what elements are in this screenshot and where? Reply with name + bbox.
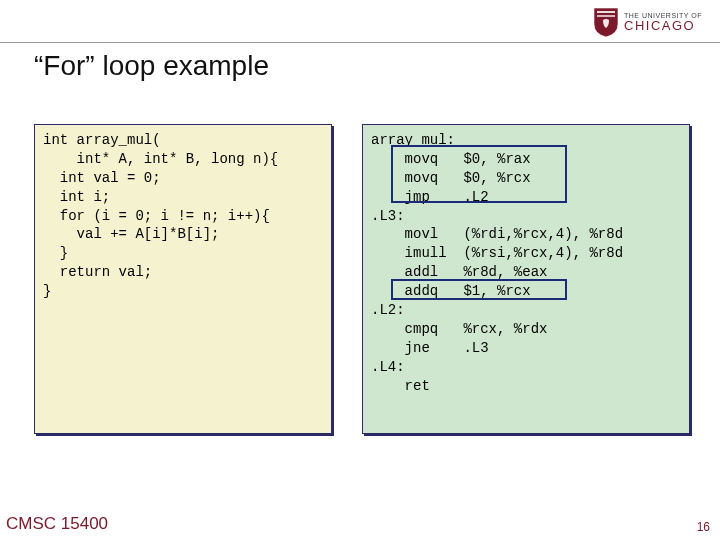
slide-title: “For” loop example: [34, 50, 269, 82]
page-number: 16: [697, 520, 710, 534]
course-code: CMSC 15400: [6, 514, 108, 534]
asm-code-block: array_mul: movq $0, %rax movq $0, %rcx j…: [362, 124, 690, 434]
c-code-block: int array_mul( int* A, int* B, long n){ …: [34, 124, 332, 434]
logo-text: THE UNIVERSITY OF CHICAGO: [624, 12, 702, 32]
university-logo: THE UNIVERSITY OF CHICAGO: [592, 6, 702, 38]
logo-text-bottom: CHICAGO: [624, 19, 702, 32]
svg-rect-0: [597, 11, 615, 13]
header-rule: [0, 42, 720, 43]
svg-rect-1: [597, 15, 615, 17]
shield-icon: [592, 6, 620, 38]
